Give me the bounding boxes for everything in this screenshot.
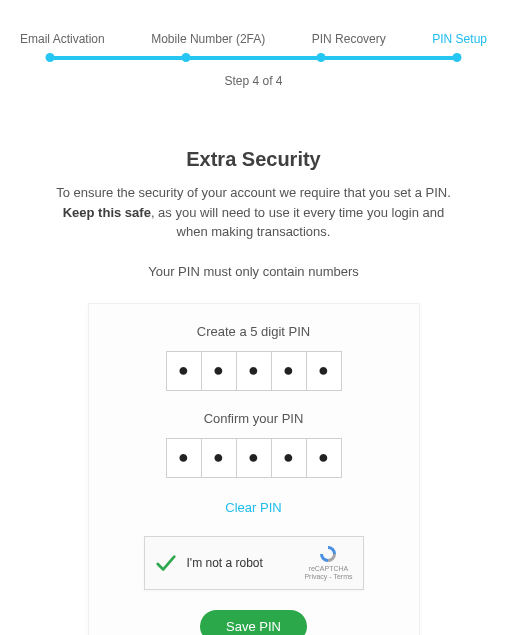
- create-pin-input-4[interactable]: ●: [271, 351, 307, 391]
- create-pin-input-3[interactable]: ●: [236, 351, 272, 391]
- confirm-pin-row: ● ● ● ● ●: [89, 438, 419, 478]
- confirm-pin-input-5[interactable]: ●: [306, 438, 342, 478]
- create-pin-input-5[interactable]: ●: [306, 351, 342, 391]
- clear-pin-button[interactable]: Clear PIN: [225, 500, 281, 515]
- pin-form-card: Create a 5 digit PIN ● ● ● ● ● Confirm y…: [88, 303, 420, 636]
- confirm-pin-label: Confirm your PIN: [89, 411, 419, 426]
- step-pin-setup: PIN Setup: [432, 32, 487, 46]
- create-pin-label: Create a 5 digit PIN: [89, 324, 419, 339]
- step-counter: Step 4 of 4: [20, 74, 487, 88]
- recaptcha-widget[interactable]: I'm not a robot reCAPTCHA Privacy - Term…: [144, 536, 364, 590]
- stepper-dot: [46, 53, 55, 62]
- create-pin-row: ● ● ● ● ●: [89, 351, 419, 391]
- intro-pre: To ensure the security of your account w…: [56, 185, 451, 200]
- recaptcha-brand-name: reCAPTCHA: [304, 565, 352, 573]
- recaptcha-brand: reCAPTCHA Privacy - Terms: [304, 544, 352, 582]
- stepper-dot: [453, 53, 462, 62]
- pin-rule: Your PIN must only contain numbers: [20, 264, 487, 279]
- save-pin-button[interactable]: Save PIN: [200, 610, 307, 636]
- step-pin-recovery: PIN Recovery: [312, 32, 386, 46]
- recaptcha-legal: Privacy - Terms: [304, 573, 352, 581]
- stepper-dot: [317, 53, 326, 62]
- intro-emphasis: Keep this safe: [63, 205, 151, 220]
- create-pin-input-2[interactable]: ●: [201, 351, 237, 391]
- stepper-dot: [181, 53, 190, 62]
- create-pin-input-1[interactable]: ●: [166, 351, 202, 391]
- step-mobile-2fa: Mobile Number (2FA): [151, 32, 265, 46]
- confirm-pin-input-4[interactable]: ●: [271, 438, 307, 478]
- step-email-activation: Email Activation: [20, 32, 105, 46]
- intro-post: , as you will need to use it every time …: [151, 205, 444, 240]
- stepper-track: [50, 56, 457, 60]
- recaptcha-logo-icon: [315, 544, 341, 564]
- recaptcha-checkmark-icon: [155, 552, 177, 574]
- recaptcha-label: I'm not a robot: [187, 556, 305, 570]
- confirm-pin-input-3[interactable]: ●: [236, 438, 272, 478]
- page-title: Extra Security: [20, 148, 487, 171]
- progress-stepper: Email Activation Mobile Number (2FA) PIN…: [20, 32, 487, 88]
- confirm-pin-input-1[interactable]: ●: [166, 438, 202, 478]
- confirm-pin-input-2[interactable]: ●: [201, 438, 237, 478]
- intro-text: To ensure the security of your account w…: [54, 183, 454, 242]
